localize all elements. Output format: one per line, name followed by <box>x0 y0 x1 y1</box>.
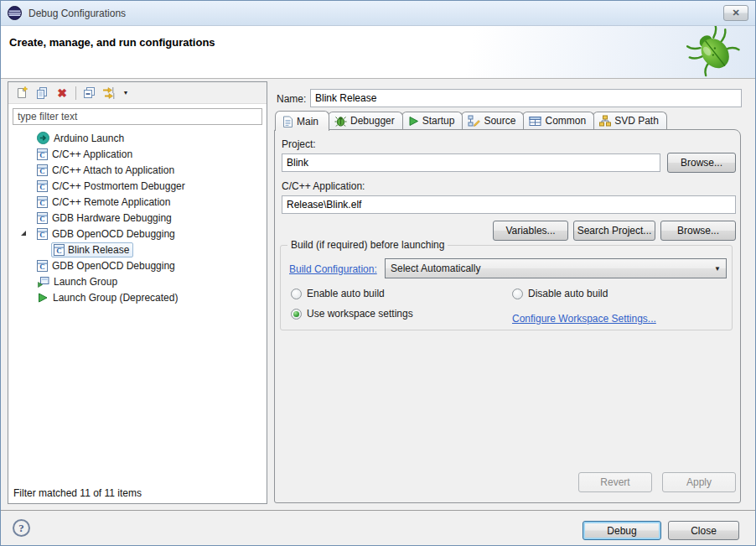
filter-area <box>8 104 267 127</box>
radio-icon <box>512 289 523 299</box>
application-input[interactable] <box>282 195 736 214</box>
radio-checked-icon <box>291 309 302 320</box>
enable-auto-build-radio[interactable]: Enable auto build <box>291 288 385 299</box>
close-button[interactable]: Close <box>668 521 739 540</box>
toolbar-menu-dropdown[interactable]: ▼ <box>120 84 132 102</box>
delete-configuration-button[interactable]: ✖ <box>52 84 72 102</box>
bug-icon <box>334 115 347 127</box>
radio-icon <box>291 289 302 299</box>
build-configuration-value: Select Automatically <box>391 263 480 274</box>
disable-auto-build-radio[interactable]: Disable auto build <box>512 288 608 299</box>
filter-launch-configurations-button[interactable] <box>100 84 120 102</box>
main-tab-content: Project: Browse... C/C++ Application: Va… <box>274 129 741 503</box>
tree-item-gdb-openocd-2[interactable]: C GDB OpenOCD Debugging <box>8 257 267 273</box>
name-input[interactable] <box>310 89 742 107</box>
name-label: Name: <box>277 93 306 105</box>
chevron-down-icon: ▼ <box>714 265 721 273</box>
c-application-icon: C <box>37 196 48 208</box>
arduino-launch-icon <box>37 132 49 144</box>
build-before-launching-group: Build (if required) before launching Bui… <box>280 245 733 330</box>
tab-main[interactable]: Main <box>275 111 329 131</box>
new-configuration-button[interactable] <box>12 84 32 102</box>
launch-group-icon <box>37 276 49 288</box>
document-icon <box>282 116 293 127</box>
tree-item-blink-release[interactable]: C Blink Release <box>8 242 267 257</box>
revert-button[interactable]: Revert <box>578 472 652 492</box>
selected-tree-item: C Blink Release <box>51 242 133 257</box>
application-browse-button[interactable]: Browse... <box>660 221 736 241</box>
dialog-header: Create, manage, and run configurations <box>1 26 755 79</box>
filter-input[interactable] <box>13 108 262 125</box>
search-project-button[interactable]: Search Project... <box>573 221 655 241</box>
tree-item-gdb-hardware[interactable]: C GDB Hardware Debugging <box>8 210 267 226</box>
project-browse-button[interactable]: Browse... <box>667 153 736 173</box>
c-application-icon: C <box>37 180 48 192</box>
c-application-icon: C <box>37 148 48 160</box>
radio-label: Disable auto build <box>528 288 608 299</box>
configure-workspace-settings-link[interactable]: Configure Workspace Settings... <box>512 313 656 325</box>
c-application-icon: C <box>37 212 48 224</box>
play-icon <box>408 116 419 127</box>
application-label: C/C++ Application: <box>282 180 365 192</box>
dialog-body: ✖ ▼ <box>1 79 755 510</box>
hierarchy-icon <box>599 115 611 127</box>
configurations-panel: ✖ ▼ <box>8 81 267 504</box>
c-application-icon: C <box>54 244 65 256</box>
tree-item-cpp-postmortem[interactable]: C C/C++ Postmortem Debugger <box>8 178 267 194</box>
project-input[interactable] <box>282 153 660 172</box>
configurations-tree: Arduino Launch C C/C++ Application C C/C… <box>8 127 267 486</box>
window-close-button[interactable]: ✕ <box>723 5 748 21</box>
tree-item-cpp-remote[interactable]: C C/C++ Remote Application <box>8 194 267 210</box>
tab-bar: Main Debugger Startup <box>275 110 665 130</box>
title-bar: Debug Configurations ✕ <box>1 1 755 26</box>
launch-group-deprecated-icon <box>37 292 49 304</box>
tree-item-label: Launch Group (Deprecated) <box>53 292 178 304</box>
debug-button[interactable]: Debug <box>583 521 661 540</box>
tree-item-launch-group[interactable]: Launch Group <box>8 273 267 289</box>
window-title: Debug Configurations <box>28 8 126 19</box>
chevron-down-icon: ▼ <box>123 90 129 96</box>
use-workspace-settings-radio[interactable]: Use workspace settings <box>291 308 413 320</box>
duplicate-configuration-button[interactable] <box>32 84 52 102</box>
build-configuration-link[interactable]: Build Configuration: <box>289 263 377 275</box>
tab-label: Main <box>297 116 318 127</box>
eclipse-logo-icon <box>8 6 22 20</box>
tree-item-label: C/C++ Remote Application <box>52 196 170 208</box>
tab-svd-path[interactable]: SVD Path <box>593 112 667 129</box>
project-label: Project: <box>282 138 316 150</box>
c-application-icon: C <box>37 228 48 240</box>
tab-label: SVD Path <box>614 115 659 127</box>
configurations-toolbar: ✖ ▼ <box>8 82 267 104</box>
toolbar-separator <box>75 86 76 100</box>
tree-expander-icon[interactable] <box>21 231 26 236</box>
tree-item-label: GDB Hardware Debugging <box>52 212 172 224</box>
dialog-footer: ? Debug Close <box>1 510 755 546</box>
tab-source[interactable]: Source <box>461 112 524 129</box>
filter-status-text: Filter matched 11 of 11 items <box>8 486 267 503</box>
tree-item-label: GDB OpenOCD Debugging <box>52 228 175 240</box>
tree-item-label: GDB OpenOCD Debugging <box>52 260 175 272</box>
tab-label: Debugger <box>350 115 395 127</box>
tab-label: Source <box>484 115 515 127</box>
tab-debugger[interactable]: Debugger <box>328 112 403 129</box>
dialog-header-title: Create, manage, and run configurations <box>9 36 215 49</box>
build-configuration-select[interactable]: Select Automatically ▼ <box>385 258 727 278</box>
tree-item-cpp-application[interactable]: C C/C++ Application <box>8 146 267 162</box>
tree-item-label: C/C++ Postmortem Debugger <box>52 180 185 192</box>
help-button[interactable]: ? <box>13 519 30 537</box>
tab-startup[interactable]: Startup <box>401 112 463 129</box>
tree-item-label: Arduino Launch <box>54 133 124 144</box>
tree-item-cpp-attach[interactable]: C C/C++ Attach to Application <box>8 162 267 178</box>
tree-item-label: Launch Group <box>54 276 117 288</box>
tree-item-arduino-launch[interactable]: Arduino Launch <box>8 130 267 146</box>
variables-button[interactable]: Variables... <box>493 221 568 241</box>
apply-button[interactable]: Apply <box>662 472 736 492</box>
tab-common[interactable]: Common <box>522 112 594 129</box>
radio-label: Use workspace settings <box>307 308 413 320</box>
table-icon <box>529 116 541 127</box>
delete-icon: ✖ <box>57 87 67 99</box>
tree-item-launch-group-deprecated[interactable]: Launch Group (Deprecated) <box>8 289 267 305</box>
tree-item-gdb-openocd-1[interactable]: C GDB OpenOCD Debugging <box>8 226 267 242</box>
collapse-all-button[interactable] <box>80 84 100 102</box>
radio-label: Enable auto build <box>307 288 385 299</box>
